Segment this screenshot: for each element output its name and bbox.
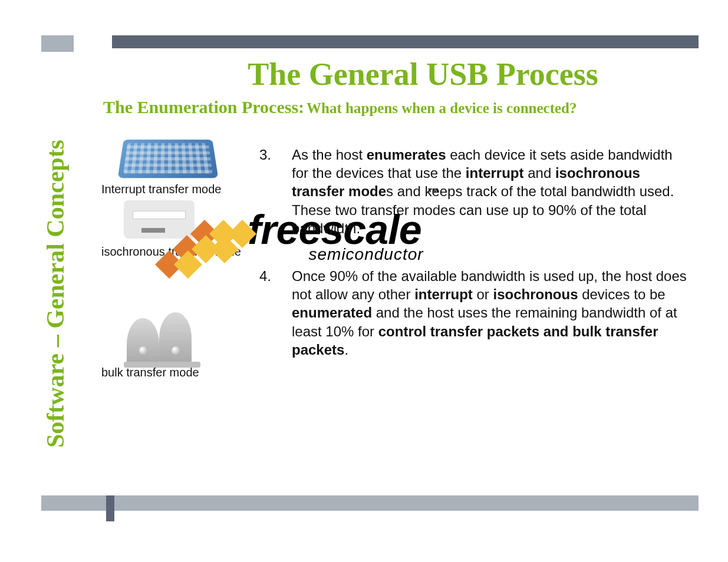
item-body: Once 90% of the available bandwidth is u… <box>292 267 693 359</box>
header-bar <box>112 35 699 48</box>
isochronous-label: isochronous transfer mode <box>101 245 241 259</box>
slide-title: The General USB Process <box>147 56 699 92</box>
subtitle-follow: What happens when a device is connected? <box>307 100 577 116</box>
footer-accent <box>106 495 114 521</box>
speakers-illustration <box>124 306 200 365</box>
content-list: 3. As the host enumerates each device it… <box>259 146 693 388</box>
item-number: 4. <box>259 267 292 359</box>
interrupt-label: Interrupt transfer mode <box>101 183 221 196</box>
item-number: 3. <box>259 146 292 237</box>
list-item-4: 4. Once 90% of the available bandwidth i… <box>259 267 693 359</box>
list-item-3: 3. As the host enumerates each device it… <box>259 146 693 237</box>
slide-subtitle: The Enumeration Process: What happens wh… <box>103 97 704 117</box>
keyboard-illustration <box>118 140 219 178</box>
item-body: As the host enumerates each device it se… <box>292 146 693 237</box>
printer-illustration <box>124 200 195 239</box>
header-accent-block <box>41 35 74 52</box>
side-section-title: Software – General Concepts <box>41 65 70 448</box>
subtitle-lead: The Enumeration Process: <box>103 97 304 117</box>
footer-bar <box>41 495 699 511</box>
bulk-label: bulk transfer mode <box>101 366 199 379</box>
